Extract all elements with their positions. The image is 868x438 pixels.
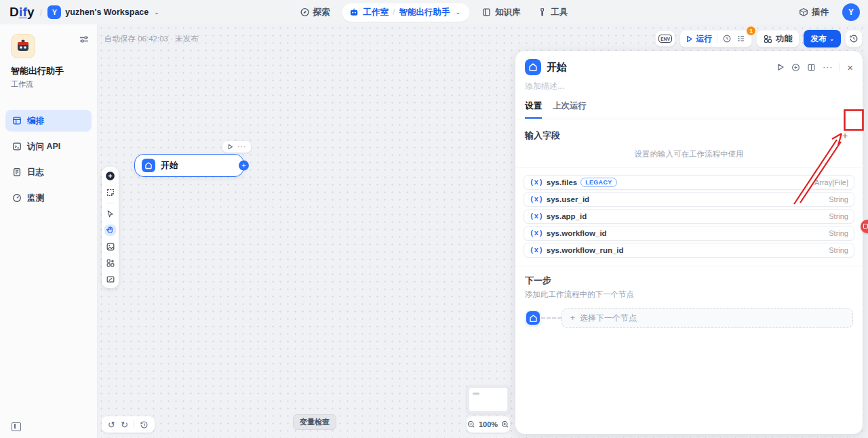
node-config-panel: 开始 ··· × 添加描述... 设置 上次运行 输入字段 + 设置的输入可在工… — [515, 51, 863, 434]
explore-icon — [300, 7, 310, 17]
layout-columns-icon[interactable] — [807, 63, 816, 72]
autosave-status: 自动保存 06:42:03 · 未发布 — [104, 34, 199, 44]
undo-icon[interactable]: ↺ — [108, 420, 115, 430]
next-step-subtitle: 添加此工作流程中的下一个节点 — [525, 290, 853, 300]
next-step-title: 下一步 — [525, 275, 853, 287]
nav-current-app[interactable]: 智能出行助手 — [399, 7, 450, 18]
breadcrumb-separator: / — [40, 7, 43, 18]
features-button[interactable]: 功能 — [756, 30, 800, 47]
workspace-avatar: Y — [47, 5, 61, 19]
more-icon[interactable]: ··· — [237, 143, 246, 151]
hammer-icon — [538, 7, 547, 17]
chevron-down-icon: ⌄ — [829, 36, 834, 42]
node-hover-toolbar[interactable]: ··· — [222, 141, 251, 153]
app-settings-icon[interactable] — [79, 35, 89, 43]
tab-last-run[interactable]: 上次运行 — [553, 100, 587, 119]
circle-plus-icon[interactable] — [791, 63, 800, 72]
sidebar-item-api[interactable]: 访问 API — [5, 136, 92, 157]
field-row-sys-workflow-run-id[interactable]: (x) sys.workflow_run_id String — [524, 243, 854, 258]
undo-redo-bar: ↺ ↻ — [102, 416, 155, 433]
log-icon — [12, 167, 22, 177]
panel-tabs: 设置 上次运行 — [515, 92, 863, 119]
close-icon[interactable]: × — [847, 62, 853, 73]
zoom-control: 100% — [467, 416, 510, 433]
dify-logo[interactable]: Dify — [9, 5, 35, 20]
sidebar-item-monitoring[interactable]: 监测 — [5, 187, 92, 209]
sidebar-collapse-icon[interactable] — [12, 422, 21, 431]
connector-line — [541, 317, 561, 319]
panel-title: 开始 — [547, 61, 776, 74]
zoom-in-icon[interactable] — [501, 420, 509, 429]
fit-view-icon[interactable] — [104, 273, 116, 285]
timer-icon[interactable] — [722, 34, 732, 43]
add-next-node-handle[interactable]: + — [239, 161, 249, 171]
variable-check-button[interactable]: 变量检查 — [293, 414, 336, 430]
change-history-icon[interactable] — [140, 420, 149, 429]
description-placeholder[interactable]: 添加描述... — [515, 75, 863, 92]
nav-tools[interactable]: 工具 — [532, 4, 573, 21]
env-button[interactable]: ENV — [655, 31, 675, 47]
app-sidebar: 智能出行助手 工作流 编排 访问 API 日志 监测 — [0, 24, 98, 438]
nav-studio[interactable]: 工作室 — [363, 7, 389, 18]
tab-settings[interactable]: 设置 — [525, 100, 542, 119]
field-row-sys-user-id[interactable]: (x) sys.user_id String — [524, 192, 854, 207]
workspace-switcher[interactable]: Y yuzhen's Workspace ⌄ — [47, 5, 159, 19]
legacy-badge: LEGACY — [580, 178, 616, 187]
pointer-icon[interactable] — [104, 208, 116, 220]
publish-button[interactable]: 发布 ⌄ — [804, 30, 841, 47]
organize-blocks-icon[interactable] — [104, 257, 116, 268]
home-icon — [525, 310, 541, 326]
home-icon — [142, 159, 155, 172]
gauge-icon — [12, 193, 22, 203]
redo-icon[interactable]: ↻ — [121, 420, 128, 430]
field-row-sys-app-id[interactable]: (x) sys.app_id String — [524, 209, 854, 224]
canvas-tool-rail — [102, 167, 119, 288]
checklist-icon[interactable] — [736, 34, 746, 43]
play-icon[interactable] — [776, 63, 785, 71]
field-type: String — [829, 212, 848, 220]
app-name: 智能出行助手 — [11, 65, 89, 77]
version-history-button[interactable] — [845, 30, 863, 47]
robot-icon — [349, 7, 359, 18]
input-fields-hint: 设置的输入可在工作流程中使用 — [515, 148, 863, 168]
input-fields-title: 输入字段 — [525, 130, 560, 142]
add-input-field-button[interactable]: + — [837, 127, 853, 144]
field-type: String — [829, 195, 848, 203]
sidebar-item-orchestrate[interactable]: 编排 — [5, 110, 92, 132]
export-image-icon[interactable] — [104, 241, 116, 252]
workspace-name: yuzhen's Workspace — [65, 7, 149, 17]
nav-studio-group[interactable]: 工作室 / 智能出行助手 ⌄ — [342, 3, 470, 22]
field-type: String — [829, 246, 848, 254]
minimap[interactable] — [467, 385, 510, 414]
checklist-badge: 1 — [746, 26, 756, 36]
chevron-down-icon: ⌄ — [455, 9, 460, 16]
nav-knowledge[interactable]: 知识库 — [477, 4, 526, 21]
field-type: Array[File] — [814, 178, 848, 186]
add-node-icon[interactable] — [104, 170, 116, 182]
user-avatar[interactable]: Y — [842, 3, 860, 21]
zoom-level[interactable]: 100% — [479, 420, 498, 429]
app-icon[interactable] — [11, 34, 35, 58]
nav-plugins[interactable]: 插件 — [793, 4, 834, 21]
play-icon — [227, 144, 233, 150]
variable-icon: (x) — [530, 229, 543, 237]
zoom-out-icon[interactable] — [467, 420, 475, 429]
more-icon[interactable]: ··· — [823, 62, 833, 72]
note-icon[interactable] — [104, 186, 116, 198]
book-icon — [482, 7, 492, 17]
play-icon — [686, 35, 693, 43]
run-button[interactable]: 运行 — [686, 33, 712, 45]
hand-tool-icon[interactable] — [104, 224, 116, 236]
sidebar-item-logs[interactable]: 日志 — [5, 161, 92, 183]
select-next-node-button[interactable]: + 选择下一个节点 — [561, 308, 853, 328]
field-row-sys-workflow-id[interactable]: (x) sys.workflow_id String — [524, 226, 854, 241]
run-toolbar-group: 运行 1 — [679, 30, 752, 47]
nav-explore[interactable]: 探索 — [295, 4, 336, 21]
start-node[interactable]: 开始 + — [134, 154, 244, 177]
input-fields-list: (x) sys.files LEGACY Array[File] (x) sys… — [515, 168, 863, 266]
terminal-icon — [12, 142, 22, 151]
top-header: Dify / Y yuzhen's Workspace ⌄ 探索 工作室 / 智… — [0, 0, 868, 24]
orchestrate-icon — [12, 116, 22, 125]
field-row-sys-files[interactable]: (x) sys.files LEGACY Array[File] — [524, 175, 854, 190]
chevron-down-icon: ⌄ — [154, 9, 159, 16]
